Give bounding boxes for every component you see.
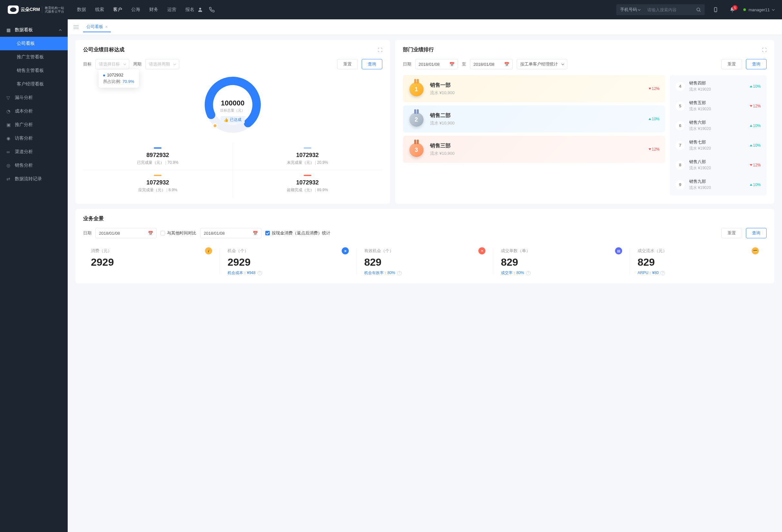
sidebar-item[interactable]: ⇄数据流转记录 bbox=[0, 172, 68, 186]
kpi-card: 消费（元）💰2929 bbox=[83, 246, 220, 277]
help-icon[interactable]: ? bbox=[526, 271, 531, 275]
card-ranking-title: 部门业绩排行 bbox=[403, 46, 434, 53]
query-button[interactable]: 查询 bbox=[362, 59, 382, 69]
sidebar-item[interactable]: ▣推广分析 bbox=[0, 118, 68, 132]
user-icon[interactable] bbox=[194, 4, 206, 15]
device-icon[interactable] bbox=[710, 4, 721, 15]
brand-tagline: 教育机构一站式服务云平台 bbox=[42, 6, 64, 13]
main-area: 公司看板 × 公司业绩目标达成 ⛶ 目标 请选择目标 周期 请选择周期 bbox=[68, 19, 782, 532]
kpi-card: 机会（个）➤2929机会成本：¥948? bbox=[220, 246, 356, 277]
svg-point-0 bbox=[199, 8, 201, 10]
svg-point-1 bbox=[697, 8, 700, 11]
kpi-icon: 💳 bbox=[752, 247, 759, 254]
podium-card[interactable]: 1销售一部流水 ¥10,90012% bbox=[403, 75, 665, 102]
nav-icon: ▣ bbox=[6, 122, 11, 127]
nav-icon: ◉ bbox=[6, 136, 11, 141]
donut-total: 100000 bbox=[220, 99, 245, 107]
search-mode-select[interactable]: 手机号码 bbox=[616, 7, 644, 12]
compare-checkbox[interactable]: 与其他时间对比 bbox=[161, 230, 196, 236]
podium-card[interactable]: 2销售二部流水 ¥10,90010% bbox=[403, 105, 665, 133]
sidebar-item[interactable]: 销售主管看板 bbox=[0, 64, 68, 77]
overview-date-input[interactable]: 2018/01/08📅 bbox=[96, 228, 157, 238]
expand-icon[interactable]: ⛶ bbox=[762, 47, 767, 52]
expand-icon[interactable]: ⛶ bbox=[378, 47, 382, 52]
rank-row[interactable]: 8销售八部流水 ¥1902012% bbox=[670, 155, 767, 175]
topnav-item[interactable]: 数据 bbox=[77, 5, 86, 14]
phone-icon[interactable] bbox=[206, 4, 218, 15]
nav-icon: ◔ bbox=[6, 109, 11, 114]
sidebar-item[interactable]: ∞渠道分析 bbox=[0, 145, 68, 158]
rank-mode-select[interactable]: 按工单客户经理统计 bbox=[517, 59, 567, 69]
kpi-icon: 💰 bbox=[205, 247, 212, 254]
donut-total-label: 目标总量（元） bbox=[220, 108, 245, 113]
stat-cell: 1072932应完成量（元） | 8.9% bbox=[83, 170, 233, 197]
username: manager11 bbox=[748, 7, 770, 12]
cash-checkbox[interactable]: 按现金消费（返点后消费）统计 bbox=[265, 230, 330, 236]
help-icon[interactable]: ? bbox=[661, 271, 665, 275]
kpi-icon: ➤ bbox=[342, 247, 349, 254]
collapse-sidebar-button[interactable] bbox=[72, 23, 80, 32]
svg-point-5 bbox=[213, 124, 217, 128]
topnav-item[interactable]: 运营 bbox=[167, 5, 176, 14]
period-label: 周期 bbox=[133, 61, 142, 67]
rank-number: 8 bbox=[676, 161, 685, 170]
rank-row[interactable]: 7销售七部流水 ¥1902010% bbox=[670, 135, 767, 155]
sidebar-item[interactable]: ◉访客分析 bbox=[0, 132, 68, 145]
kpi-card: 成交单数（单）▤829成交率：80%? bbox=[493, 246, 630, 277]
medal-icon: 1 bbox=[409, 81, 424, 96]
sidebar-item[interactable]: 客户经理看板 bbox=[0, 77, 68, 91]
help-icon[interactable]: ? bbox=[257, 271, 262, 275]
target-select[interactable]: 请选择目标 bbox=[96, 59, 129, 69]
rank-number: 6 bbox=[676, 121, 685, 130]
topnav-item[interactable]: 报名 bbox=[185, 5, 194, 14]
tab-company-board[interactable]: 公司看板 × bbox=[83, 22, 111, 32]
reset-button[interactable]: 重置 bbox=[721, 59, 742, 69]
rank-row[interactable]: 5销售五部流水 ¥1902012% bbox=[670, 96, 767, 116]
close-icon[interactable]: × bbox=[105, 24, 108, 29]
podium-card[interactable]: 3销售三部流水 ¥10,90012% bbox=[403, 136, 665, 163]
search-input[interactable] bbox=[644, 7, 692, 12]
sidebar-item[interactable]: 公司看板 bbox=[0, 37, 68, 50]
sidebar-item[interactable]: ◔成本分析 bbox=[0, 104, 68, 118]
reset-button[interactable]: 重置 bbox=[337, 59, 358, 69]
thumbs-up-icon: 👍 bbox=[224, 118, 228, 122]
date-from-input[interactable]: 2018/01/08📅 bbox=[415, 59, 458, 69]
user-menu[interactable]: manager11 bbox=[743, 7, 774, 12]
sidebar-item[interactable]: 推广主管看板 bbox=[0, 50, 68, 64]
kpi-card: 成交流水（元）💳829ARPU：¥80? bbox=[630, 246, 767, 277]
target-label: 目标 bbox=[83, 61, 92, 67]
sidebar-group-dashboards[interactable]: ▦ 数据看板 bbox=[0, 23, 68, 37]
period-select[interactable]: 请选择周期 bbox=[145, 59, 179, 69]
to-label: 至 bbox=[462, 61, 466, 67]
sidebar-item[interactable]: ▽漏斗分析 bbox=[0, 91, 68, 104]
card-overview-title: 业务全景 bbox=[83, 215, 104, 222]
topnav-item[interactable]: 线索 bbox=[95, 5, 104, 14]
sidebar-item[interactable]: ◎销售分析 bbox=[0, 158, 68, 172]
topnav-item[interactable]: 财务 bbox=[149, 5, 158, 14]
topnav-item[interactable]: 公海 bbox=[131, 5, 140, 14]
overview-date2-input[interactable]: 2018/01/08📅 bbox=[200, 228, 261, 238]
notification-icon[interactable]: 5 bbox=[726, 4, 738, 15]
logo-mark-icon bbox=[8, 5, 19, 14]
rank-number: 9 bbox=[676, 180, 685, 189]
query-button[interactable]: 查询 bbox=[746, 59, 767, 69]
card-goal: 公司业绩目标达成 ⛶ 目标 请选择目标 周期 请选择周期 重置 查询 bbox=[75, 40, 390, 204]
search-button[interactable] bbox=[692, 4, 705, 15]
rank-number: 7 bbox=[676, 141, 685, 150]
sidebar-group-label: 数据看板 bbox=[15, 27, 33, 33]
query-button[interactable]: 查询 bbox=[746, 228, 767, 238]
rank-row[interactable]: 9销售九部流水 ¥1902010% bbox=[670, 175, 767, 194]
date-to-input[interactable]: 2018/01/08📅 bbox=[470, 59, 513, 69]
rank-row[interactable]: 4销售四部流水 ¥1902010% bbox=[670, 76, 767, 96]
nav-icon: ⇄ bbox=[6, 176, 11, 181]
tab-label: 公司看板 bbox=[86, 24, 103, 30]
logo[interactable]: 云朵CRM 教育机构一站式服务云平台 bbox=[8, 5, 64, 14]
reset-button[interactable]: 重置 bbox=[721, 228, 742, 238]
card-goal-title: 公司业绩目标达成 bbox=[83, 46, 125, 53]
help-icon[interactable]: ? bbox=[397, 271, 402, 275]
rank-row[interactable]: 6销售六部流水 ¥1902010% bbox=[670, 116, 767, 135]
topnav-item[interactable]: 客户 bbox=[113, 5, 122, 14]
date-label: 日期 bbox=[83, 230, 92, 236]
medal-icon: 3 bbox=[409, 142, 424, 157]
stat-cell: 1072932未完成量（元） | 20.9% bbox=[233, 143, 382, 170]
